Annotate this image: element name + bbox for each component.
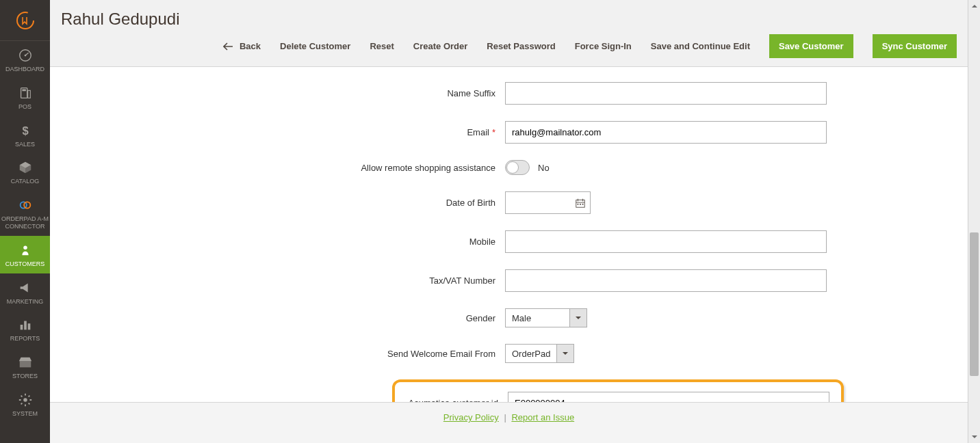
tax-vat-label: Tax/VAT Number xyxy=(50,276,505,286)
calendar-icon[interactable] xyxy=(574,197,586,209)
chevron-down-icon xyxy=(569,308,587,327)
back-button[interactable]: Back xyxy=(223,41,261,51)
sidebar-label: CATALOG xyxy=(11,178,40,185)
sidebar-label: CUSTOMERS xyxy=(5,260,44,267)
app-logo xyxy=(0,0,50,41)
sidebar-label: POS xyxy=(18,103,31,110)
svg-rect-4 xyxy=(22,89,26,91)
scroll-down-icon[interactable] xyxy=(968,431,980,443)
arrow-left-icon xyxy=(223,42,233,51)
mobile-label: Mobile xyxy=(50,237,505,247)
svg-text:$: $ xyxy=(22,124,28,136)
reset-button[interactable]: Reset xyxy=(370,41,394,51)
form-content: Name Suffix Email* Allow remote shopping… xyxy=(50,67,968,402)
svg-rect-12 xyxy=(27,324,30,330)
sidebar-item-marketing[interactable]: MARKETING xyxy=(0,273,50,311)
save-customer-button[interactable]: Save Customer xyxy=(769,34,853,58)
welcome-email-label: Send Welcome Email From xyxy=(50,349,505,359)
welcome-email-select[interactable]: OrderPad xyxy=(505,344,574,363)
sidebar-item-dashboard[interactable]: DASHBOARD xyxy=(0,41,50,79)
dob-label: Date of Birth xyxy=(50,198,505,208)
sidebar-label: MARKETING xyxy=(7,298,44,305)
sidebar-label: SYSTEM xyxy=(12,410,38,417)
tax-vat-input[interactable] xyxy=(505,269,827,292)
svg-point-0 xyxy=(17,12,34,29)
left-sidebar: DASHBOARD POS $ SALES CATALOG ORDERPAD A… xyxy=(0,0,50,443)
page-footer: Privacy Policy | Report an Issue xyxy=(50,402,968,443)
sync-customer-button[interactable]: Sync Customer xyxy=(873,34,957,58)
delete-customer-button[interactable]: Delete Customer xyxy=(280,41,350,51)
svg-point-2 xyxy=(24,55,26,57)
email-label-text: Email xyxy=(467,127,489,137)
svg-rect-11 xyxy=(24,321,27,330)
svg-rect-14 xyxy=(576,200,584,207)
scrollbar-thumb[interactable] xyxy=(970,232,979,376)
sidebar-item-stores[interactable]: STORES xyxy=(0,348,50,386)
sidebar-item-customers[interactable]: CUSTOMERS xyxy=(0,236,50,273)
reset-password-button[interactable]: Reset Password xyxy=(487,41,555,51)
mobile-input[interactable] xyxy=(505,230,827,253)
welcome-email-select-value: OrderPad xyxy=(505,344,556,363)
name-suffix-label: Name Suffix xyxy=(50,88,505,98)
svg-rect-16 xyxy=(580,203,581,204)
save-continue-button[interactable]: Save and Continue Edit xyxy=(651,41,750,51)
sidebar-label: REPORTS xyxy=(10,335,40,342)
sidebar-item-connector[interactable]: ORDERPAD A-M CONNECTOR xyxy=(0,191,50,236)
acumatica-id-input[interactable] xyxy=(508,392,829,402)
remote-shopping-value: No xyxy=(538,163,550,173)
footer-separator: | xyxy=(504,412,506,422)
privacy-policy-link[interactable]: Privacy Policy xyxy=(443,412,499,422)
svg-point-9 xyxy=(23,245,27,250)
sidebar-label: DASHBOARD xyxy=(5,66,44,72)
svg-rect-15 xyxy=(578,203,579,204)
sidebar-item-pos[interactable]: POS xyxy=(0,79,50,116)
email-label: Email* xyxy=(50,127,505,137)
force-signin-button[interactable]: Force Sign-In xyxy=(575,41,632,51)
required-asterisk: * xyxy=(492,127,495,137)
sidebar-label: SALES xyxy=(15,141,35,148)
remote-shopping-toggle[interactable] xyxy=(505,160,530,175)
email-input[interactable] xyxy=(505,121,827,144)
svg-point-13 xyxy=(23,398,27,402)
sidebar-item-catalog[interactable]: CATALOG xyxy=(0,153,50,191)
page-title: Rahul Gedupudi xyxy=(61,10,957,29)
sidebar-item-system[interactable]: SYSTEM xyxy=(0,386,50,423)
gender-label: Gender xyxy=(50,313,505,323)
scroll-up-icon[interactable] xyxy=(968,0,980,12)
report-issue-link[interactable]: Report an Issue xyxy=(511,412,574,422)
back-label: Back xyxy=(240,41,261,51)
vertical-scrollbar[interactable] xyxy=(968,0,980,443)
page-header: Rahul Gedupudi Back Delete Customer Rese… xyxy=(50,0,968,67)
gender-select[interactable]: Male xyxy=(505,308,587,327)
sidebar-item-sales[interactable]: $ SALES xyxy=(0,116,50,154)
sidebar-label: ORDERPAD A-M CONNECTOR xyxy=(1,215,49,230)
gender-select-value: Male xyxy=(505,308,569,327)
name-suffix-input[interactable] xyxy=(505,82,827,105)
create-order-button[interactable]: Create Order xyxy=(413,41,467,51)
chevron-down-icon xyxy=(556,344,574,363)
svg-rect-5 xyxy=(27,90,30,98)
remote-shopping-label: Allow remote shopping assistance xyxy=(50,163,505,173)
acumatica-highlight: Acumatica customer id xyxy=(392,379,844,402)
svg-rect-10 xyxy=(20,325,23,330)
sidebar-label: STORES xyxy=(12,373,38,379)
actions-bar: Back Delete Customer Reset Create Order … xyxy=(61,34,957,66)
svg-rect-17 xyxy=(582,203,584,204)
sidebar-item-reports[interactable]: REPORTS xyxy=(0,310,50,348)
